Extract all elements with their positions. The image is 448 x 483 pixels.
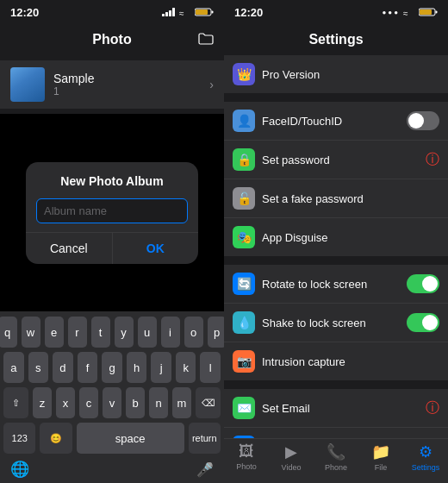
settings-item-fake-password[interactable]: 🔓 Set a fake password [224, 179, 448, 218]
settings-item-shake-lock[interactable]: 💧 Shake to lock screen [224, 304, 448, 342]
key-v[interactable]: v [103, 387, 121, 418]
key-w[interactable]: w [22, 317, 40, 348]
svg-rect-7 [196, 9, 208, 15]
settings-section-email: ✉️ Set Email ⓘ 📡 Wi-Fi transmission [224, 389, 448, 438]
set-password-icon: 🔒 [233, 148, 255, 171]
key-l[interactable]: l [200, 352, 221, 383]
key-x[interactable]: x [56, 387, 75, 418]
tab-settings-label: Settings [412, 463, 440, 472]
key-n[interactable]: n [149, 387, 168, 418]
key-u[interactable]: u [138, 317, 157, 348]
key-k[interactable]: k [176, 352, 196, 383]
key-b[interactable]: b [126, 387, 145, 418]
photo-info: Sample 1 [53, 72, 209, 97]
tab-photo-label: Photo [236, 462, 257, 471]
svg-rect-0 [162, 14, 165, 16]
key-q[interactable]: q [0, 317, 17, 348]
left-dark-area: New Photo Album Cancel OK [0, 114, 224, 311]
left-header: Photo [0, 24, 224, 55]
mic-icon[interactable]: 🎤 [196, 461, 214, 478]
folder-icon[interactable] [198, 31, 214, 49]
left-panel: 12:20 ≈ Photo [0, 0, 224, 483]
settings-item-app-disguise[interactable]: 🎭 App Disguise [224, 218, 448, 256]
tab-file-label: File [375, 463, 388, 472]
key-t[interactable]: t [91, 317, 110, 348]
key-c[interactable]: c [79, 387, 98, 418]
left-status-icons: ≈ [162, 8, 214, 16]
photo-name: Sample [53, 72, 209, 85]
key-e[interactable]: e [45, 317, 64, 348]
left-title: Photo [92, 32, 131, 47]
settings-item-set-email[interactable]: ✉️ Set Email ⓘ [224, 389, 448, 428]
right-time: 12:20 [234, 6, 263, 19]
keyboard-row-2: a s d f g h j k l [3, 352, 221, 383]
keyboard-icons-row: 🌐 🎤 [3, 455, 221, 480]
svg-rect-10 [436, 11, 438, 14]
svg-rect-6 [212, 11, 214, 14]
tab-photo[interactable]: 🖼 Photo [224, 442, 269, 471]
key-emoji[interactable]: 😊 [40, 423, 72, 454]
right-status-bar: 12:20 ●●● ≈ [224, 0, 448, 24]
dialog-ok-button[interactable]: OK [113, 233, 199, 264]
key-j[interactable]: j [151, 352, 171, 383]
keyboard: q w e r t y u i o p a s d f g h j k l ⇧ … [0, 311, 224, 483]
key-g[interactable]: g [102, 352, 122, 383]
photo-list: Sample 1 › [0, 55, 224, 114]
right-panel: 12:20 ●●● ≈ Settings 👑 Pro Version [224, 0, 448, 483]
dialog-overlay: New Photo Album Cancel OK [0, 114, 224, 311]
globe-icon[interactable]: 🌐 [10, 460, 29, 479]
key-a[interactable]: a [3, 352, 24, 383]
photo-chevron-icon: › [209, 78, 214, 91]
settings-item-intrusion[interactable]: 📷 Intrusion capture [224, 342, 448, 380]
tab-file[interactable]: 📁 File [358, 442, 403, 472]
key-numbers[interactable]: 123 [3, 423, 35, 454]
photo-thumbnail [10, 67, 45, 102]
tab-phone[interactable]: 📞 Phone [314, 442, 358, 472]
fake-password-icon: 🔓 [233, 187, 255, 210]
settings-section-security: 👤 FaceID/TouchID 🔒 Set password ⓘ 🔓 Set … [224, 102, 448, 256]
key-m[interactable]: m [172, 387, 191, 418]
key-shift[interactable]: ⇧ [3, 387, 28, 418]
settings-title: Settings [308, 32, 363, 47]
svg-text:≈: ≈ [403, 9, 408, 16]
settings-item-faceid[interactable]: 👤 FaceID/TouchID [224, 102, 448, 141]
key-y[interactable]: y [115, 317, 134, 348]
album-name-input[interactable] [36, 198, 188, 223]
svg-text:≈: ≈ [179, 9, 184, 16]
pro-version-icon: 👑 [233, 63, 255, 85]
key-s[interactable]: s [28, 352, 49, 383]
rotate-lock-toggle[interactable] [407, 274, 439, 293]
settings-item-wifi[interactable]: 📡 Wi-Fi transmission [224, 428, 448, 438]
key-z[interactable]: z [33, 387, 52, 418]
svg-rect-3 [172, 8, 175, 16]
photo-item[interactable]: Sample 1 › [0, 60, 224, 109]
right-battery-icon [419, 8, 438, 16]
key-f[interactable]: f [78, 352, 98, 383]
settings-item-rotate-lock[interactable]: 🔄 Rotate to lock screen [224, 265, 448, 304]
key-delete[interactable]: ⌫ [196, 387, 221, 418]
left-time: 12:20 [10, 6, 39, 19]
settings-section-lock: 🔄 Rotate to lock screen 💧 Shake to lock … [224, 265, 448, 380]
tab-video[interactable]: ▶ Video [269, 442, 314, 472]
key-d[interactable]: d [53, 352, 73, 383]
tab-settings-icon: ⚙ [419, 442, 432, 461]
set-password-alert-icon: ⓘ [426, 151, 439, 169]
key-o[interactable]: o [184, 317, 203, 348]
faceid-toggle[interactable] [407, 111, 439, 130]
shake-lock-toggle[interactable] [407, 313, 439, 332]
key-space[interactable]: space [77, 423, 184, 454]
section-gap-3 [224, 382, 448, 389]
key-i[interactable]: i [161, 317, 180, 348]
key-r[interactable]: r [68, 317, 87, 348]
settings-item-set-password[interactable]: 🔒 Set password ⓘ [224, 141, 448, 179]
key-return[interactable]: return [189, 423, 221, 454]
key-h[interactable]: h [127, 352, 147, 383]
key-p[interactable]: p [208, 317, 225, 348]
signal-dots-icon: ●●● [383, 9, 401, 16]
dialog-cancel-button[interactable]: Cancel [26, 233, 113, 264]
tab-video-label: Video [282, 463, 302, 472]
settings-label-set-password: Set password [262, 154, 426, 166]
settings-item-pro-version[interactable]: 👑 Pro Version [224, 55, 448, 93]
keyboard-row-3: ⇧ z x c v b n m ⌫ [3, 387, 221, 418]
tab-settings[interactable]: ⚙ Settings [403, 442, 448, 472]
